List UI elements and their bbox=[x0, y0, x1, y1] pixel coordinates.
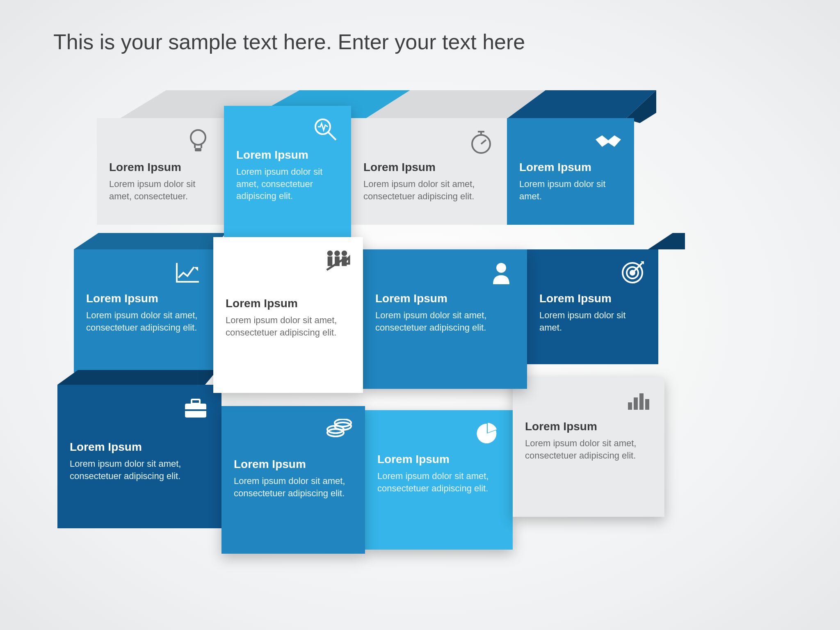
svg-rect-14 bbox=[328, 256, 333, 266]
box-r2c2: Lorem Ipsum Lorem ipsum dolor sit amet, … bbox=[213, 237, 363, 393]
magnifier-pulse-icon bbox=[311, 115, 340, 144]
box-r1c4: Lorem Ipsum Lorem ipsum dolor sit amet. bbox=[507, 118, 634, 225]
handshake-icon bbox=[594, 127, 623, 156]
box-body: Lorem ipsum dolor sit amet. bbox=[519, 178, 622, 202]
svg-marker-21 bbox=[57, 370, 217, 385]
box-heading: Lorem Ipsum bbox=[375, 292, 515, 305]
svg-rect-32 bbox=[645, 399, 649, 410]
box-heading: Lorem Ipsum bbox=[363, 161, 495, 174]
box-heading: Lorem Ipsum bbox=[226, 297, 351, 310]
box-r1c1: Lorem Ipsum Lorem ipsum dolor sit amet, … bbox=[97, 118, 224, 225]
box-r3c4: Lorem Ipsum Lorem ipsum dolor sit amet, … bbox=[513, 377, 664, 517]
svg-point-12 bbox=[334, 251, 340, 256]
box-heading: Lorem Ipsum bbox=[70, 441, 209, 454]
diagram-stage: Lorem Ipsum Lorem ipsum dolor sit amet, … bbox=[0, 0, 840, 630]
box-r1c2: Lorem Ipsum Lorem ipsum dolor sit amet, … bbox=[224, 106, 351, 237]
svg-rect-23 bbox=[192, 399, 200, 404]
box-body: Lorem ipsum dolor sit amet, consectetuer… bbox=[70, 458, 209, 482]
target-icon bbox=[618, 258, 647, 287]
coins-icon bbox=[325, 415, 354, 444]
svg-rect-30 bbox=[634, 397, 638, 410]
user-icon bbox=[487, 258, 516, 287]
box-body: Lorem ipsum dolor sit amet, consectetuer… bbox=[109, 178, 212, 202]
box-r3c1: Lorem Ipsum Lorem ipsum dolor sit amet, … bbox=[57, 385, 221, 528]
box-r2c1: Lorem Ipsum Lorem ipsum dolor sit amet, … bbox=[74, 249, 213, 372]
box-r3c3: Lorem Ipsum Lorem ipsum dolor sit amet, … bbox=[365, 410, 513, 550]
box-body: Lorem ipsum dolor sit amet, consectetuer… bbox=[86, 309, 201, 333]
box-heading: Lorem Ipsum bbox=[519, 161, 622, 174]
box-body: Lorem ipsum dolor sit amet, consectetuer… bbox=[377, 470, 500, 494]
box-body: Lorem ipsum dolor sit amet, consectetuer… bbox=[234, 475, 353, 499]
box-r2c4: Lorem Ipsum Lorem ipsum dolor sit amet. bbox=[527, 249, 658, 364]
svg-rect-29 bbox=[628, 402, 632, 410]
line-chart-icon bbox=[173, 258, 202, 287]
box-body: Lorem ipsum dolor sit amet, consectetuer… bbox=[226, 314, 351, 338]
stopwatch-icon bbox=[467, 127, 495, 156]
box-heading: Lorem Ipsum bbox=[525, 420, 652, 433]
box-r3c2: Lorem Ipsum Lorem ipsum dolor sit amet, … bbox=[221, 406, 365, 554]
svg-marker-9 bbox=[74, 233, 226, 249]
svg-rect-6 bbox=[195, 148, 201, 151]
svg-marker-10 bbox=[648, 233, 685, 249]
box-r1c3: Lorem Ipsum Lorem ipsum dolor sit amet, … bbox=[351, 118, 507, 225]
box-heading: Lorem Ipsum bbox=[234, 458, 353, 471]
briefcase-icon bbox=[181, 394, 210, 422]
box-r2c3: Lorem Ipsum Lorem ipsum dolor sit amet, … bbox=[363, 249, 527, 389]
box-body: Lorem ipsum dolor sit amet, consectetuer… bbox=[236, 166, 339, 202]
box-body: Lorem ipsum dolor sit amet, consectetuer… bbox=[375, 309, 515, 333]
svg-point-13 bbox=[342, 251, 347, 256]
box-heading: Lorem Ipsum bbox=[86, 292, 201, 305]
box-heading: Lorem Ipsum bbox=[377, 453, 500, 466]
svg-rect-24 bbox=[185, 409, 206, 411]
pie-icon bbox=[472, 419, 501, 448]
box-heading: Lorem Ipsum bbox=[539, 292, 646, 305]
box-body: Lorem ipsum dolor sit amet, consectetuer… bbox=[525, 437, 652, 461]
lightbulb-icon bbox=[184, 127, 212, 156]
bar-chart-icon bbox=[624, 386, 653, 415]
box-heading: Lorem Ipsum bbox=[109, 161, 212, 174]
box-body: Lorem ipsum dolor sit amet. bbox=[539, 309, 646, 333]
people-arrow-icon bbox=[323, 246, 352, 275]
box-body: Lorem ipsum dolor sit amet, consectetuer… bbox=[363, 178, 495, 202]
svg-point-11 bbox=[327, 251, 333, 256]
svg-rect-31 bbox=[639, 393, 644, 410]
svg-point-5 bbox=[191, 130, 205, 145]
svg-point-17 bbox=[496, 263, 506, 273]
box-heading: Lorem Ipsum bbox=[236, 148, 339, 162]
